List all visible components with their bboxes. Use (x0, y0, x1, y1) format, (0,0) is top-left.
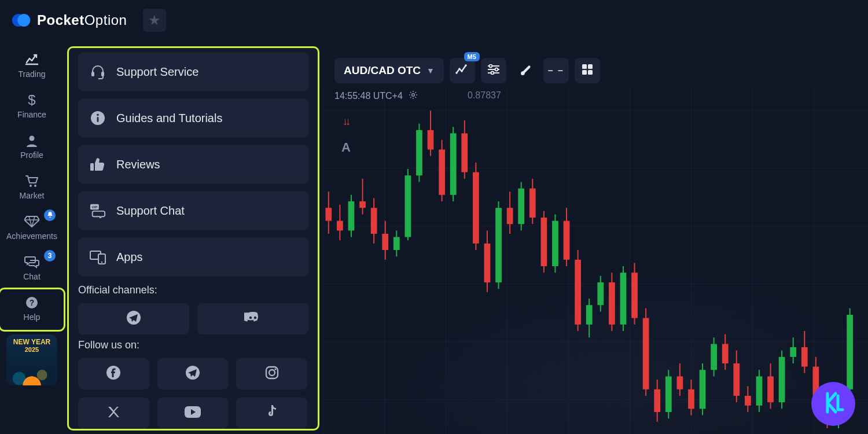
instagram-icon (264, 365, 279, 383)
svg-point-33 (491, 72, 494, 75)
svg-text:?: ? (30, 298, 35, 307)
chart-timestamp: 14:55:48 UTC+4 (334, 91, 403, 101)
question-icon: ? (25, 295, 38, 310)
help-item-support-chat[interactable]: VIP Support Chat (78, 192, 308, 230)
sliders-icon (487, 64, 500, 77)
social-x[interactable] (78, 398, 149, 429)
info-icon (90, 110, 106, 126)
chart-line-icon (25, 52, 39, 67)
svg-rect-132 (847, 315, 853, 389)
facebook-icon (106, 365, 121, 383)
help-item-guides[interactable]: Guides and Tutorials (78, 99, 308, 137)
dollar-icon: $ (28, 93, 35, 108)
official-channels-grid (78, 303, 308, 334)
sidebar-item-label: Help (24, 312, 41, 322)
price-chart[interactable]: 14:55:48 UTC+4 0.87837 ↓↓ A (323, 87, 868, 434)
comments-icon (24, 255, 39, 270)
svg-rect-112 (733, 363, 740, 396)
svg-rect-94 (631, 273, 638, 318)
chart-toolbar: AUD/CAD OTC ▼ M5 – – (334, 58, 600, 83)
svg-rect-8 (101, 72, 104, 76)
svg-rect-72 (507, 208, 513, 224)
svg-text:VIP: VIP (92, 205, 98, 209)
svg-rect-68 (484, 244, 491, 282)
asset-label: AUD/CAD OTC (344, 64, 421, 77)
svg-rect-34 (582, 64, 587, 69)
svg-rect-90 (609, 282, 615, 325)
asset-selector[interactable]: AUD/CAD OTC ▼ (334, 58, 444, 83)
sidebar-item-profile[interactable]: Profile (0, 127, 64, 168)
svg-rect-10 (97, 117, 99, 122)
svg-rect-64 (461, 133, 468, 172)
more-dashes-button[interactable]: – – (543, 58, 569, 83)
svg-rect-120 (779, 357, 785, 402)
svg-rect-124 (801, 347, 808, 367)
svg-rect-54 (404, 175, 411, 237)
tiktok-icon (266, 404, 278, 422)
telegram-icon (185, 365, 200, 383)
svg-rect-110 (722, 344, 729, 363)
svg-rect-36 (582, 70, 587, 75)
sidebar-item-label: Chat (23, 272, 41, 281)
notification-badge (44, 209, 56, 221)
sidebar-item-achievements[interactable]: Achievements (0, 208, 64, 249)
svg-rect-122 (790, 347, 796, 357)
layout-grid-button[interactable] (575, 58, 600, 83)
svg-point-17 (101, 262, 102, 263)
svg-point-25 (274, 368, 276, 370)
svg-rect-40 (325, 208, 332, 220)
social-youtube[interactable] (157, 398, 229, 429)
social-telegram[interactable] (157, 358, 229, 389)
official-channels-title: Official channels: (78, 284, 308, 296)
chart-price-label: 0.87837 (468, 90, 501, 101)
vip-chat-icon: VIP (90, 203, 106, 219)
settings-sliders-button[interactable] (481, 58, 506, 83)
social-tiktok[interactable] (236, 398, 307, 429)
user-icon (26, 133, 38, 148)
svg-rect-88 (597, 282, 604, 305)
sidebar-item-help[interactable]: ? Help (0, 289, 64, 330)
gear-icon[interactable] (409, 90, 418, 102)
kc-floating-button[interactable] (811, 382, 855, 426)
svg-rect-84 (575, 260, 581, 325)
sidebar-item-finance[interactable]: $ Finance (0, 87, 64, 127)
thumbs-up-icon (90, 156, 106, 172)
social-facebook[interactable] (78, 358, 149, 389)
svg-point-2 (30, 136, 35, 141)
social-instagram[interactable] (236, 358, 307, 389)
svg-rect-58 (428, 130, 434, 150)
channel-telegram[interactable] (78, 303, 189, 334)
svg-point-4 (34, 185, 36, 187)
drawing-brush-button[interactable] (512, 58, 538, 83)
sidebar-item-market[interactable]: Market (0, 168, 64, 208)
chart-timestamp-row: 14:55:48 UTC+4 (334, 90, 418, 102)
svg-rect-12 (90, 163, 94, 171)
svg-point-30 (465, 64, 466, 66)
bell-icon (47, 211, 53, 220)
sidebar-item-label: Profile (20, 150, 43, 160)
channel-discord[interactable] (197, 303, 308, 334)
x-icon (106, 405, 120, 422)
promo-new-year[interactable]: NEW YEAR 2025 (6, 334, 57, 385)
help-item-label: Reviews (116, 158, 160, 171)
logo-mark-icon (12, 10, 31, 30)
help-item-support-service[interactable]: Support Service (78, 53, 308, 91)
sidebar-item-trading[interactable]: Trading (0, 46, 64, 87)
svg-rect-60 (439, 149, 445, 194)
sidebar-item-label: Trading (19, 69, 46, 79)
svg-rect-44 (348, 201, 355, 230)
favorite-star-button[interactable]: ★ (143, 9, 166, 32)
svg-point-19 (249, 316, 252, 318)
help-item-reviews[interactable]: Reviews (78, 145, 308, 183)
sidebar-item-label: Achievements (6, 231, 57, 241)
svg-rect-100 (665, 376, 672, 412)
svg-rect-102 (676, 376, 683, 389)
brand-logo[interactable]: PocketOption (12, 10, 127, 30)
svg-point-32 (495, 68, 498, 71)
svg-rect-35 (588, 64, 593, 69)
indicators-button[interactable]: M5 (450, 58, 475, 83)
sidebar-item-chat[interactable]: Chat 3 (0, 249, 64, 289)
help-item-apps[interactable]: Apps (78, 238, 308, 276)
svg-rect-82 (564, 221, 570, 260)
svg-point-20 (254, 316, 256, 318)
